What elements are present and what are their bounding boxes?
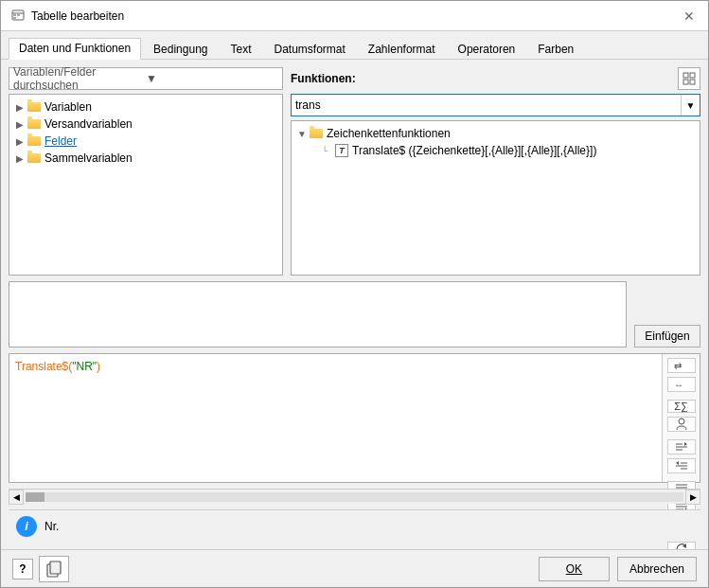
svg-rect-3 — [17, 14, 20, 16]
scroll-track[interactable] — [26, 492, 683, 502]
func-item-label: Translate$ ({Zeichenkette}[,{Alle}][,{Al… — [352, 144, 596, 157]
search-dropdown-arrow[interactable]: ▼ — [681, 95, 700, 116]
expand-icon[interactable]: ▶ — [13, 153, 27, 164]
editor-toolbar: ⇄ ↔ Σ∑ — [662, 354, 700, 482]
folder-icon — [309, 127, 324, 140]
redo-btn[interactable] — [667, 542, 696, 549]
tree-item-felder[interactable]: ▶ Felder — [9, 133, 282, 150]
functions-search-row: ▼ — [291, 94, 700, 116]
folder-icon — [27, 151, 42, 165]
copy-icon — [44, 560, 63, 579]
tree-label: Variablen — [44, 100, 92, 114]
func-category-zeichenkette[interactable]: ▼ Zeichenkettenfunktionen — [292, 125, 700, 142]
content-area: Variablen/Felder durchsuchen ▼ ▶ Variabl… — [1, 60, 708, 549]
user-icon — [675, 418, 688, 431]
swap-btn[interactable]: ⇄ — [667, 358, 696, 373]
info-icon: i — [16, 516, 37, 537]
insert-button[interactable]: Einfügen — [634, 325, 700, 347]
chevron-down-icon: ▼ — [146, 72, 278, 85]
svg-rect-31 — [50, 561, 61, 574]
func-category-label: Zeichenkettenfunktionen — [327, 127, 451, 140]
tree-label: Versandvariablen — [44, 117, 133, 131]
svg-rect-5 — [683, 73, 688, 78]
svg-text:⇄: ⇄ — [674, 361, 682, 371]
expand-icon[interactable]: ▶ — [13, 119, 27, 130]
dialog-icon — [10, 9, 26, 24]
functions-header: Funktionen: — [291, 67, 700, 90]
tab-datumsformat[interactable]: Datumsformat — [264, 39, 356, 60]
tree-item-sammelvariablen[interactable]: ▶ Sammelvariablen — [9, 150, 282, 167]
svg-rect-8 — [690, 80, 695, 84]
tab-text[interactable]: Text — [220, 39, 261, 60]
dialog-title: Tabelle bearbeiten — [31, 9, 124, 23]
scroll-right-button[interactable]: ▶ — [685, 490, 700, 505]
redo-icon — [675, 543, 688, 549]
tab-bedingung[interactable]: Bedingung — [143, 39, 218, 60]
tree-item-variablen[interactable]: ▶ Variablen — [9, 98, 282, 116]
scroll-left-button[interactable]: ◀ — [9, 490, 24, 505]
indent-btn[interactable] — [667, 439, 696, 454]
code-string: "NR" — [72, 360, 97, 373]
sum-btn[interactable]: Σ∑ — [667, 400, 696, 413]
tree-item-versandvariablen[interactable]: ▶ Versandvariablen — [9, 116, 282, 133]
tree-label: Felder — [44, 134, 77, 148]
sum-icon: Σ∑ — [674, 401, 688, 412]
left-panel: Variablen/Felder durchsuchen ▼ ▶ Variabl… — [9, 67, 283, 276]
formula-input[interactable] — [9, 281, 627, 347]
func-item-translate[interactable]: └ T Translate$ ({Zeichenkette}[,{Alle}][… — [292, 142, 700, 159]
svg-rect-7 — [683, 80, 688, 84]
svg-text:↔: ↔ — [674, 380, 683, 390]
tab-operatoren[interactable]: Operatoren — [448, 39, 526, 60]
indent-icon — [675, 440, 688, 454]
grid-view-button[interactable] — [678, 67, 700, 90]
footer-right: OK Abbrechen — [539, 557, 697, 581]
search-dropdown[interactable]: Variablen/Felder durchsuchen ▼ — [9, 67, 283, 90]
outdent-icon — [675, 459, 688, 472]
scroll-thumb[interactable] — [26, 492, 44, 502]
tab-daten-funktionen[interactable]: Daten und Funktionen — [9, 38, 141, 60]
svg-marker-15 — [684, 442, 687, 446]
grid-icon — [682, 72, 696, 85]
user-btn[interactable] — [667, 417, 696, 432]
bottom-editor: Translate$("NR") ⇄ ↔ Σ∑ — [9, 353, 700, 483]
copy-button[interactable] — [39, 556, 69, 582]
svg-rect-6 — [690, 73, 695, 78]
horizontal-scrollbar[interactable]: ◀ ▶ — [9, 489, 700, 504]
cancel-button[interactable]: Abbrechen — [617, 557, 697, 581]
tree-line-icon: └ — [318, 146, 331, 155]
ok-button[interactable]: OK — [539, 557, 610, 581]
tab-zahlenformat[interactable]: Zahlenformat — [358, 39, 446, 60]
help-button[interactable]: ? — [12, 559, 33, 579]
search-dropdown-label: Variablen/Felder durchsuchen — [13, 65, 146, 92]
svg-rect-2 — [13, 14, 16, 16]
swap-icon: ⇄ — [674, 359, 689, 372]
code-highlight: Translate$( — [15, 360, 72, 373]
top-section: Variablen/Felder durchsuchen ▼ ▶ Variabl… — [9, 67, 700, 276]
functions-search-input[interactable] — [292, 98, 681, 112]
expand-icon[interactable]: ▼ — [295, 129, 309, 139]
variables-tree[interactable]: ▶ Variablen ▶ Versandvariablen ▶ Felder — [9, 94, 283, 276]
tabs-bar: Daten und Funktionen Bedingung Text Datu… — [1, 31, 708, 60]
functions-label: Funktionen: — [291, 72, 356, 85]
code-suffix: ) — [97, 360, 100, 373]
footer-bar: ? OK Abbrechen — [1, 549, 708, 587]
editor-area[interactable]: Translate$("NR") — [9, 354, 662, 482]
svg-point-11 — [679, 419, 684, 424]
swap2-icon: ↔ — [674, 378, 689, 391]
expand-icon[interactable]: ▶ — [13, 136, 27, 147]
swap2-btn[interactable]: ↔ — [667, 377, 696, 392]
status-text: Nr. — [44, 520, 59, 533]
close-button[interactable]: ✕ — [680, 7, 699, 26]
tree-label: Sammelvariablen — [44, 151, 133, 165]
middle-section: Einfügen — [9, 281, 700, 347]
svg-rect-4 — [13, 17, 16, 19]
folder-icon — [27, 117, 42, 131]
dialog-window: Tabelle bearbeiten ✕ Daten und Funktione… — [0, 0, 709, 588]
expand-icon[interactable]: ▶ — [13, 102, 27, 113]
tab-farben[interactable]: Farben — [527, 39, 584, 60]
title-bar: Tabelle bearbeiten ✕ — [1, 1, 708, 31]
functions-tree[interactable]: ▼ Zeichenkettenfunktionen └ T Translate$… — [291, 120, 700, 276]
folder-icon — [27, 134, 42, 148]
function-type-icon: T — [335, 144, 348, 157]
outdent-btn[interactable] — [667, 458, 696, 473]
